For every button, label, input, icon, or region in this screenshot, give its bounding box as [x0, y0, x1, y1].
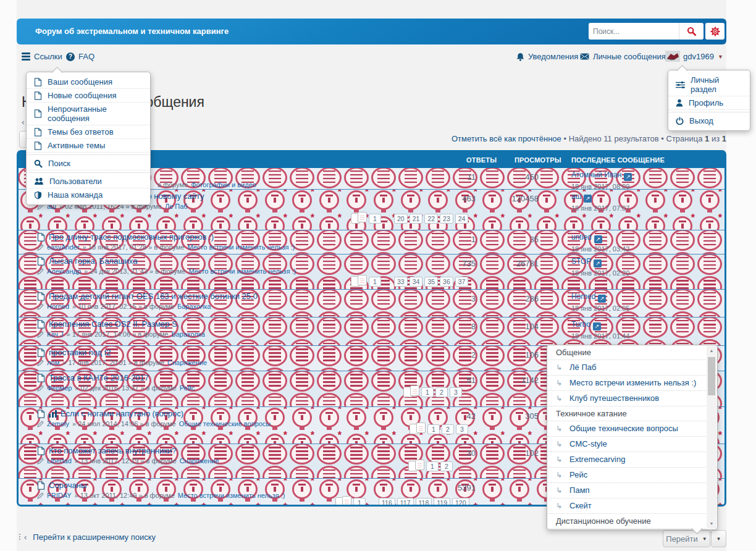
author-link[interactable]: Horned: [47, 303, 69, 310]
forum-link[interactable]: Фотографии и видео: [191, 181, 256, 188]
author-link[interactable]: Libertad: [47, 457, 72, 465]
forum-jump-item[interactable]: ↳CMC-style: [547, 437, 717, 452]
forum-jump-item[interactable]: ↳Рейс: [547, 468, 717, 483]
topic-title-link[interactable]: Лысая горка. Балашиха: [49, 256, 137, 266]
page-number-link[interactable]: 3: [450, 387, 462, 397]
last-post-author-link[interactable]: Horned: [571, 292, 595, 301]
search-settings-button[interactable]: [705, 23, 724, 40]
pages-icon[interactable]: [342, 496, 351, 507]
author-link[interactable]: Zemely: [47, 420, 69, 427]
page-number-link[interactable]: 1: [421, 387, 434, 397]
forum-jump-link[interactable]: Рейс: [569, 470, 587, 479]
page-number-link[interactable]: 119: [434, 498, 450, 507]
forum-link[interactable]: Место встречи изменить нельзя :): [188, 267, 296, 275]
forum-jump-link[interactable]: Место встречи изменить нельзя :): [569, 378, 696, 387]
page-number-link[interactable]: 2: [442, 424, 454, 434]
user-menu-item[interactable]: Выход: [668, 114, 750, 127]
forum-jump-link[interactable]: CMC-style: [569, 439, 607, 448]
last-post-author-link[interactable]: Атомный Иван: [571, 170, 621, 179]
forum-link[interactable]: Снаряжение: [167, 359, 207, 366]
last-post-author-link[interactable]: Turbo: [571, 320, 590, 329]
page-number-link[interactable]: 1: [426, 461, 439, 471]
page-number-link[interactable]: 1: [427, 424, 440, 434]
page-number-link[interactable]: 2: [440, 461, 453, 471]
page-number-link[interactable]: 1: [353, 498, 366, 507]
goto-last-post-icon[interactable]: ↗: [624, 173, 632, 181]
page-number-link[interactable]: 2: [435, 387, 448, 397]
forum-link[interactable]: Общие технические вопросы: [179, 420, 271, 427]
goto-last-post-icon[interactable]: ↗: [598, 295, 606, 303]
forum-jump-link[interactable]: Клуб путешественников: [569, 393, 659, 403]
last-post-author-link[interactable]: аш: [571, 192, 581, 201]
forum-jump-item[interactable]: ↳Скейт: [547, 498, 717, 514]
links-menu-item[interactable]: Поиск: [27, 157, 150, 170]
topic-title-link[interactable]: Продам детский гигант OES 163 и жесткие …: [49, 292, 258, 301]
forum-link[interactable]: Рейс: [180, 384, 195, 392]
forum-jump-item[interactable]: ↳Клуб путешественников: [547, 391, 717, 406]
forum-jump-item[interactable]: ↳Лё Паб: [547, 360, 717, 376]
forum-link[interactable]: Снаряжение: [180, 457, 219, 465]
forum-jump-item[interactable]: ↳Место встречи изменить нельзя :): [547, 376, 717, 391]
scroll-down-icon[interactable]: ▼: [707, 519, 716, 529]
search-button[interactable]: [679, 23, 704, 40]
last-post-author-link[interactable]: STOP: [571, 257, 591, 266]
faq-button[interactable]: ? FAQ: [66, 52, 94, 61]
jump-caret-button[interactable]: ▼: [711, 530, 726, 547]
forum-jump-link[interactable]: Общие технические вопросы: [569, 424, 678, 433]
pages-icon[interactable]: [415, 460, 424, 470]
links-menu-item[interactable]: Ваши сообщения: [27, 75, 150, 89]
forum-link[interactable]: Место встречи изменить нельзя :): [187, 243, 295, 251]
page-number-link[interactable]: 36: [440, 277, 453, 287]
page-number-link[interactable]: 23: [440, 214, 453, 224]
user-menu-button[interactable]: gdv1969 ▼: [683, 52, 723, 61]
advanced-search-link-bottom[interactable]: ‹ Перейти к расширенному поиску: [19, 532, 156, 542]
page-number-link[interactable]: 118: [416, 498, 432, 507]
author-link[interactable]: Фермер: [47, 384, 72, 392]
page-number-link[interactable]: 1: [369, 214, 381, 224]
search-input[interactable]: [589, 23, 679, 40]
page-number-link[interactable]: 117: [397, 498, 414, 507]
forum-jump-item[interactable]: ↳Памп: [547, 483, 717, 498]
page-number-link[interactable]: 34: [410, 277, 423, 287]
avatar[interactable]: [665, 51, 680, 62]
links-menu-item[interactable]: Темы без ответов: [27, 125, 150, 139]
links-menu-button[interactable]: Ссылки: [22, 52, 62, 61]
author-link[interactable]: FRIDAY: [47, 492, 72, 499]
forum-jump-link[interactable]: Скейт: [569, 501, 592, 510]
page-number-link[interactable]: 3: [456, 424, 468, 434]
author-link[interactable]: easyAnder: [47, 243, 80, 251]
forum-link[interactable]: Ле Паб: [165, 203, 188, 210]
topic-title-link[interactable]: Про длину трасс подмосковных пригорков :…: [49, 232, 214, 242]
page-number-link[interactable]: 35: [424, 277, 438, 287]
forum-jump-link[interactable]: Лё Паб: [569, 363, 596, 372]
mark-read-link[interactable]: Отметить всё как прочтённое: [452, 134, 561, 143]
forum-link[interactable]: Барахолка: [177, 303, 211, 310]
topic-title-link[interactable]: Сорочаны: [49, 481, 86, 490]
links-menu-item[interactable]: Наша команда: [27, 188, 150, 201]
author-link[interactable]: лом: [47, 359, 59, 366]
user-menu-item[interactable]: Личный раздел: [668, 74, 750, 96]
links-menu-item[interactable]: Пользователи: [27, 175, 150, 188]
dropdown-scrollbar[interactable]: ▲ ▼: [707, 346, 716, 529]
goto-last-post-icon[interactable]: ↗: [594, 235, 602, 243]
private-messages-button[interactable]: Личные сообщения: [580, 52, 666, 61]
topic-title-link[interactable]: Если с ногами напутано (вопрос): [61, 409, 183, 418]
jump-button-bottom[interactable]: Перейти ▼: [663, 530, 710, 547]
links-menu-item[interactable]: Активные темы: [27, 139, 150, 153]
forum-jump-link[interactable]: Памп: [569, 486, 590, 495]
author-link[interactable]: Александр: [47, 267, 81, 275]
topic-title-link[interactable]: проставки под t2: [49, 348, 111, 357]
page-number-link[interactable]: 21: [410, 214, 423, 224]
page-number-link[interactable]: 120: [452, 498, 469, 507]
pages-icon[interactable]: [416, 423, 426, 433]
scroll-up-icon[interactable]: ▲: [707, 346, 716, 356]
user-menu-item[interactable]: Профиль: [668, 96, 750, 110]
page-number-link[interactable]: 22: [424, 214, 438, 224]
forum-jump-link[interactable]: Extremecarving: [569, 455, 625, 464]
page-number-link[interactable]: 37: [455, 277, 469, 287]
goto-last-post-icon[interactable]: ↗: [594, 259, 602, 267]
notifications-button[interactable]: Уведомления: [516, 52, 578, 61]
forum-jump-item[interactable]: ↳Общие технические вопросы: [547, 421, 717, 437]
pages-icon[interactable]: [410, 385, 419, 396]
pages-icon[interactable]: [358, 275, 367, 285]
